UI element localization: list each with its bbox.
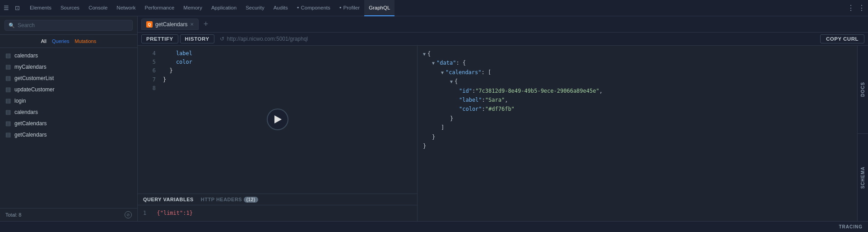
http-headers-count: (12)	[244, 197, 258, 203]
nav-more-icon2[interactable]: ⋮	[857, 4, 866, 13]
editor-response-layout: 4 label 5 color 6 } 7	[138, 46, 868, 221]
search-input-wrap[interactable]: 🔍	[5, 20, 133, 31]
run-query-button[interactable]	[267, 109, 288, 130]
nav-right: ⋮ ⋮	[846, 4, 866, 13]
menu-icon[interactable]: ☰	[2, 4, 11, 13]
json-line: ▼ {	[423, 49, 852, 58]
query-tab-getCalendars[interactable]: Q getCalendars ×	[141, 19, 199, 30]
item-icon: ▤	[5, 97, 11, 104]
search-icon: 🔍	[9, 23, 15, 28]
tab-memory[interactable]: Memory	[179, 0, 207, 16]
filter-mutations[interactable]: Mutations	[75, 38, 97, 45]
json-line: }	[423, 142, 852, 151]
url-area: ↺ http://api.nicwo.com:5001/graphql	[216, 34, 818, 43]
editor-pane: 4 label 5 color 6 } 7	[138, 46, 418, 221]
query-variables-tab[interactable]: QUERY VARIABLES	[143, 197, 194, 202]
query-tabs-bar: Q getCalendars × +	[138, 16, 868, 33]
collapse-icon[interactable]: ▼	[423, 50, 426, 58]
refresh-icon[interactable]: ↺	[220, 36, 224, 42]
filter-queries[interactable]: Queries	[52, 38, 70, 45]
item-icon: ▤	[5, 86, 11, 93]
tab-graphql[interactable]: GraphQL	[364, 0, 395, 16]
filter-tabs: All Queries Mutations	[0, 35, 137, 48]
item-icon: ▤	[5, 109, 11, 115]
tab-audits[interactable]: Audits	[269, 0, 292, 16]
json-line: ▼ "data" : {	[423, 58, 852, 67]
tab-application[interactable]: Application	[207, 0, 241, 16]
tab-sources[interactable]: Sources	[56, 0, 84, 16]
list-item[interactable]: ▤ updateCustomer	[0, 84, 137, 95]
variables-tabs: QUERY VARIABLES HTTP HEADERS (12)	[138, 194, 417, 205]
tab-elements[interactable]: Elements	[25, 0, 56, 16]
total-count: Total: 8	[5, 212, 21, 218]
search-bar: 🔍	[0, 16, 137, 35]
list-item[interactable]: ▤ calendars	[0, 50, 137, 61]
collapse-icon[interactable]: ▼	[450, 78, 453, 85]
schema-panel-button[interactable]: SCHEMA	[858, 134, 868, 222]
sidebar-list: ▤ calendars ▤ myCalendars ▤ getCustomerL…	[0, 48, 137, 208]
item-label: myCalendars	[14, 64, 46, 70]
item-label: calendars	[14, 109, 38, 115]
list-item[interactable]: ▤ getCalendars	[0, 118, 137, 129]
status-bar: TRACING	[0, 221, 868, 232]
search-input[interactable]	[18, 22, 129, 28]
tab-security[interactable]: Security	[241, 0, 269, 16]
sidebar-footer: Total: 8 ⊘	[0, 208, 137, 221]
list-item[interactable]: ▤ getCustomerList	[0, 72, 137, 84]
list-item[interactable]: ▤ myCalendars	[0, 61, 137, 72]
endpoint-url: http://api.nicwo.com:5001/graphql	[227, 36, 308, 42]
code-line-5: 5 color	[138, 58, 417, 66]
code-line-6: 6 }	[138, 66, 417, 75]
nav-icon-group: ☰ ⊡	[2, 4, 22, 13]
item-label: getCustomerList	[14, 75, 54, 81]
code-line-4: 4 label	[138, 49, 417, 58]
prettify-button[interactable]: PRETTIFY	[141, 34, 178, 43]
tab-performance[interactable]: Performance	[140, 0, 179, 16]
item-label: calendars	[14, 52, 38, 59]
json-line: "id" : "7c3812d9-8e49-49b5-9ece-29066a89…	[423, 86, 852, 95]
code-editor: 4 label 5 color 6 } 7	[138, 46, 417, 96]
filter-all[interactable]: All	[41, 38, 46, 45]
tab-profiler[interactable]: Profiler	[335, 0, 364, 16]
item-icon: ▤	[5, 63, 11, 70]
item-icon: ▤	[5, 120, 11, 127]
var-line-num: 1	[143, 210, 146, 216]
tab-console[interactable]: Console	[84, 0, 112, 16]
close-tab-icon[interactable]: ×	[190, 21, 194, 28]
http-headers-tab[interactable]: HTTP HEADERS (12)	[201, 197, 258, 202]
query-tab-label: getCalendars	[155, 21, 187, 28]
query-toolbar: PRETTIFY HISTORY ↺ http://api.nicwo.com:…	[138, 33, 868, 46]
item-icon: ▤	[5, 131, 11, 138]
docs-panel-button[interactable]: DOCS	[858, 46, 868, 134]
block-icon[interactable]: ⊘	[125, 211, 132, 218]
json-line: ▼ {	[423, 77, 852, 86]
code-line-8: 8	[138, 84, 417, 93]
content-area: Q getCalendars × + PRETTIFY HISTORY ↺ ht…	[138, 16, 868, 221]
schema-label: SCHEMA	[860, 166, 865, 189]
history-button[interactable]: HISTORY	[180, 34, 214, 43]
tab-network[interactable]: Network	[112, 0, 140, 16]
list-item[interactable]: ▤ calendars	[0, 106, 137, 118]
list-item[interactable]: ▤ login	[0, 95, 137, 106]
json-line: }	[423, 114, 852, 123]
json-line: "color" : "#df76fb"	[423, 104, 852, 114]
add-tab-button[interactable]: +	[200, 19, 211, 30]
json-line: }	[423, 133, 852, 142]
docs-label: DOCS	[860, 82, 865, 97]
variables-content: 1 {"limit":1}	[138, 205, 417, 221]
nav-more-icon[interactable]: ⋮	[846, 4, 855, 13]
side-panels: DOCS SCHEMA	[857, 46, 868, 221]
collapse-icon[interactable]: ▼	[432, 59, 435, 67]
variables-value: {"limit":1}	[157, 210, 192, 216]
sidebar: 🔍 All Queries Mutations ▤ calendars ▤ my…	[0, 16, 138, 221]
tab-components[interactable]: Components	[292, 0, 335, 16]
collapse-icon[interactable]: ▼	[441, 69, 444, 76]
item-label: login	[14, 98, 26, 104]
inspect-icon[interactable]: ⊡	[13, 4, 22, 13]
editor-content[interactable]: 4 label 5 color 6 } 7	[138, 46, 417, 194]
copy-curl-button[interactable]: COPY CURL	[820, 34, 864, 43]
json-line: ]	[423, 123, 852, 132]
list-item[interactable]: ▤ getCalendars	[0, 129, 137, 140]
item-label: getCalendars	[14, 132, 46, 138]
nav-tabs: Elements Sources Console Network Perform…	[25, 0, 846, 16]
